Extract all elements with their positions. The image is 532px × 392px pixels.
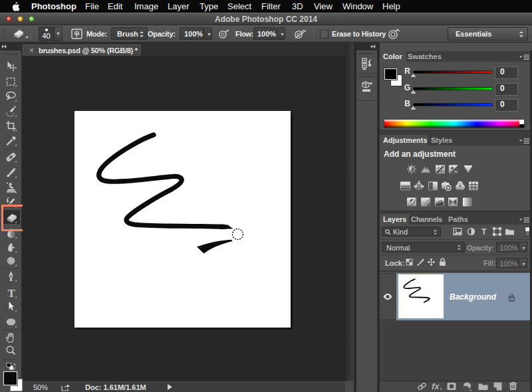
svg-text:T: T: [481, 227, 487, 236]
svg-text:T: T: [8, 287, 16, 298]
svg-text:fx: fx: [432, 381, 440, 391]
